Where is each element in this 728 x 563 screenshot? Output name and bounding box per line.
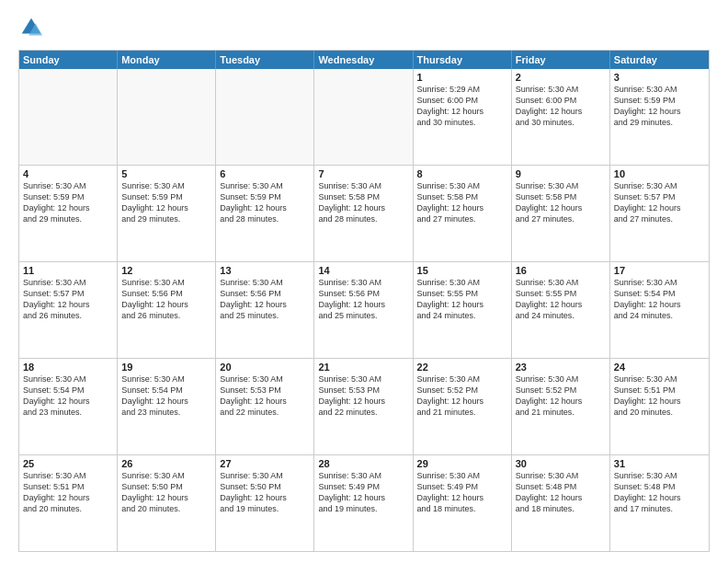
day-cell-12: 12Sunrise: 5:30 AM Sunset: 5:56 PM Dayli…: [118, 262, 216, 358]
day-cell-4: 4Sunrise: 5:30 AM Sunset: 5:59 PM Daylig…: [19, 166, 118, 261]
day-cell-1: 1Sunrise: 5:29 AM Sunset: 6:00 PM Daylig…: [414, 69, 512, 165]
day-number: 9: [516, 168, 606, 179]
day-cell-6: 6Sunrise: 5:30 AM Sunset: 5:59 PM Daylig…: [216, 166, 314, 261]
day-cell-19: 19Sunrise: 5:30 AM Sunset: 5:54 PM Dayli…: [118, 359, 216, 454]
empty-cell: [118, 69, 216, 165]
day-info: Sunrise: 5:30 AM Sunset: 5:54 PM Dayligh…: [23, 373, 113, 419]
empty-cell: [314, 69, 413, 165]
day-number: 2: [516, 72, 606, 83]
day-cell-30: 30Sunrise: 5:30 AM Sunset: 5:48 PM Dayli…: [512, 455, 610, 551]
calendar-body: 1Sunrise: 5:29 AM Sunset: 6:00 PM Daylig…: [19, 69, 709, 551]
day-number: 7: [318, 168, 408, 179]
day-number: 16: [516, 265, 606, 276]
day-cell-25: 25Sunrise: 5:30 AM Sunset: 5:51 PM Dayli…: [19, 455, 118, 551]
calendar-row-3: 18Sunrise: 5:30 AM Sunset: 5:54 PM Dayli…: [19, 358, 709, 454]
day-number: 10: [614, 168, 705, 179]
day-cell-11: 11Sunrise: 5:30 AM Sunset: 5:57 PM Dayli…: [19, 262, 118, 358]
day-cell-16: 16Sunrise: 5:30 AM Sunset: 5:55 PM Dayli…: [512, 262, 610, 358]
day-info: Sunrise: 5:30 AM Sunset: 5:50 PM Dayligh…: [121, 470, 211, 515]
day-cell-13: 13Sunrise: 5:30 AM Sunset: 5:56 PM Dayli…: [216, 262, 314, 358]
day-cell-31: 31Sunrise: 5:30 AM Sunset: 5:48 PM Dayli…: [610, 455, 709, 551]
day-info: Sunrise: 5:30 AM Sunset: 5:59 PM Dayligh…: [121, 180, 211, 225]
day-number: 31: [614, 458, 705, 469]
day-cell-27: 27Sunrise: 5:30 AM Sunset: 5:50 PM Dayli…: [216, 455, 314, 551]
day-number: 12: [121, 265, 211, 276]
day-info: Sunrise: 5:30 AM Sunset: 5:59 PM Dayligh…: [23, 180, 113, 225]
day-number: 23: [516, 362, 606, 373]
day-number: 18: [23, 362, 113, 373]
day-info: Sunrise: 5:30 AM Sunset: 5:57 PM Dayligh…: [614, 180, 705, 225]
day-info: Sunrise: 5:30 AM Sunset: 6:00 PM Dayligh…: [516, 84, 606, 129]
day-number: 30: [516, 458, 606, 469]
day-cell-24: 24Sunrise: 5:30 AM Sunset: 5:51 PM Dayli…: [610, 359, 709, 454]
calendar-header: SundayMondayTuesdayWednesdayThursdayFrid…: [19, 51, 709, 69]
day-info: Sunrise: 5:30 AM Sunset: 5:51 PM Dayligh…: [23, 470, 113, 515]
day-cell-15: 15Sunrise: 5:30 AM Sunset: 5:55 PM Dayli…: [414, 262, 512, 358]
header-cell-thursday: Thursday: [414, 51, 512, 69]
day-info: Sunrise: 5:30 AM Sunset: 5:59 PM Dayligh…: [220, 180, 310, 225]
day-number: 22: [417, 362, 507, 373]
calendar-row-2: 11Sunrise: 5:30 AM Sunset: 5:57 PM Dayli…: [19, 261, 709, 358]
day-number: 27: [220, 458, 310, 469]
day-number: 4: [23, 168, 113, 179]
day-cell-26: 26Sunrise: 5:30 AM Sunset: 5:50 PM Dayli…: [118, 455, 216, 551]
day-info: Sunrise: 5:30 AM Sunset: 5:55 PM Dayligh…: [417, 277, 507, 322]
day-cell-2: 2Sunrise: 5:30 AM Sunset: 6:00 PM Daylig…: [512, 69, 610, 165]
day-info: Sunrise: 5:30 AM Sunset: 5:56 PM Dayligh…: [121, 277, 211, 322]
day-number: 20: [220, 362, 310, 373]
calendar: SundayMondayTuesdayWednesdayThursdayFrid…: [18, 50, 710, 552]
day-info: Sunrise: 5:30 AM Sunset: 5:57 PM Dayligh…: [23, 277, 113, 322]
header-cell-saturday: Saturday: [610, 51, 709, 69]
day-cell-10: 10Sunrise: 5:30 AM Sunset: 5:57 PM Dayli…: [610, 166, 709, 261]
day-info: Sunrise: 5:30 AM Sunset: 5:58 PM Dayligh…: [417, 180, 507, 225]
logo: [18, 15, 48, 40]
day-cell-18: 18Sunrise: 5:30 AM Sunset: 5:54 PM Dayli…: [19, 359, 118, 454]
logo-icon: [18, 15, 44, 40]
page: SundayMondayTuesdayWednesdayThursdayFrid…: [0, 0, 728, 563]
day-info: Sunrise: 5:30 AM Sunset: 5:58 PM Dayligh…: [516, 180, 606, 225]
day-number: 6: [220, 168, 310, 179]
day-info: Sunrise: 5:30 AM Sunset: 5:52 PM Dayligh…: [516, 373, 606, 419]
day-cell-22: 22Sunrise: 5:30 AM Sunset: 5:52 PM Dayli…: [414, 359, 512, 454]
day-number: 17: [614, 265, 705, 276]
day-number: 1: [417, 72, 507, 83]
day-info: Sunrise: 5:30 AM Sunset: 5:49 PM Dayligh…: [417, 470, 507, 515]
header-cell-tuesday: Tuesday: [216, 51, 314, 69]
day-number: 5: [121, 168, 211, 179]
day-cell-9: 9Sunrise: 5:30 AM Sunset: 5:58 PM Daylig…: [512, 166, 610, 261]
day-info: Sunrise: 5:30 AM Sunset: 5:49 PM Dayligh…: [318, 470, 408, 515]
day-cell-8: 8Sunrise: 5:30 AM Sunset: 5:58 PM Daylig…: [414, 166, 512, 261]
day-cell-5: 5Sunrise: 5:30 AM Sunset: 5:59 PM Daylig…: [118, 166, 216, 261]
day-info: Sunrise: 5:30 AM Sunset: 5:48 PM Dayligh…: [614, 470, 705, 515]
day-info: Sunrise: 5:29 AM Sunset: 6:00 PM Dayligh…: [417, 84, 507, 129]
day-cell-3: 3Sunrise: 5:30 AM Sunset: 5:59 PM Daylig…: [610, 69, 709, 165]
calendar-row-0: 1Sunrise: 5:29 AM Sunset: 6:00 PM Daylig…: [19, 69, 709, 165]
day-cell-20: 20Sunrise: 5:30 AM Sunset: 5:53 PM Dayli…: [216, 359, 314, 454]
day-cell-7: 7Sunrise: 5:30 AM Sunset: 5:58 PM Daylig…: [314, 166, 413, 261]
day-info: Sunrise: 5:30 AM Sunset: 5:54 PM Dayligh…: [121, 373, 211, 419]
day-info: Sunrise: 5:30 AM Sunset: 5:54 PM Dayligh…: [614, 277, 705, 322]
header-cell-wednesday: Wednesday: [314, 51, 413, 69]
calendar-row-1: 4Sunrise: 5:30 AM Sunset: 5:59 PM Daylig…: [19, 165, 709, 261]
day-info: Sunrise: 5:30 AM Sunset: 5:58 PM Dayligh…: [318, 180, 408, 225]
day-cell-28: 28Sunrise: 5:30 AM Sunset: 5:49 PM Dayli…: [314, 455, 413, 551]
header-cell-monday: Monday: [118, 51, 216, 69]
day-info: Sunrise: 5:30 AM Sunset: 5:48 PM Dayligh…: [516, 470, 606, 515]
header-cell-friday: Friday: [512, 51, 610, 69]
day-number: 8: [417, 168, 507, 179]
day-cell-29: 29Sunrise: 5:30 AM Sunset: 5:49 PM Dayli…: [414, 455, 512, 551]
header-cell-sunday: Sunday: [19, 51, 118, 69]
day-number: 3: [614, 72, 705, 83]
header: [18, 15, 710, 40]
empty-cell: [19, 69, 118, 165]
day-number: 13: [220, 265, 310, 276]
day-number: 15: [417, 265, 507, 276]
day-number: 21: [318, 362, 408, 373]
day-info: Sunrise: 5:30 AM Sunset: 5:59 PM Dayligh…: [614, 84, 705, 129]
day-cell-23: 23Sunrise: 5:30 AM Sunset: 5:52 PM Dayli…: [512, 359, 610, 454]
day-cell-21: 21Sunrise: 5:30 AM Sunset: 5:53 PM Dayli…: [314, 359, 413, 454]
day-number: 24: [614, 362, 705, 373]
day-number: 26: [121, 458, 211, 469]
day-info: Sunrise: 5:30 AM Sunset: 5:51 PM Dayligh…: [614, 373, 705, 419]
day-info: Sunrise: 5:30 AM Sunset: 5:52 PM Dayligh…: [417, 373, 507, 419]
